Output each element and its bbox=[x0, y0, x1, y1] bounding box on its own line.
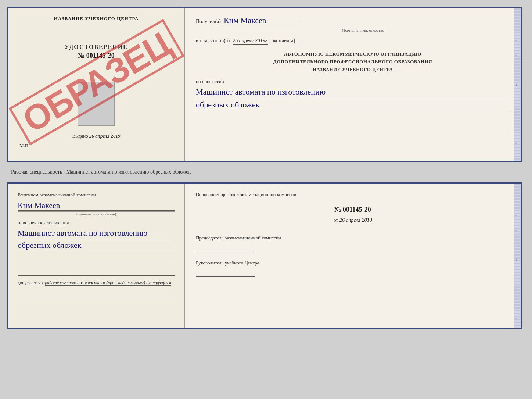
rukovoditel-block: Руководитель учебного Центра bbox=[196, 259, 510, 277]
udostoverenie-number: № 001145-20 bbox=[18, 52, 175, 60]
fio-caption-top: (фамилия, имя, отчество) bbox=[218, 28, 510, 32]
dopuskaetsya-text: работе согласно должностным (производств… bbox=[45, 280, 171, 286]
final-blank-line bbox=[18, 289, 175, 297]
blank-line-1 bbox=[18, 256, 175, 264]
prisvoena-label: присвоена квалификация bbox=[18, 220, 175, 226]
org-name: " НАЗВАНИЕ УЧЕБНОГО ЦЕНТРА " bbox=[196, 66, 510, 74]
top-document: НАЗВАНИЕ УЧЕБНОГО ЦЕНТРА ОБРАЗЕЦ УДОСТОВ… bbox=[7, 7, 522, 162]
rukovoditel-label: Руководитель учебного Центра bbox=[196, 259, 510, 267]
v-tom-prefix: в том, что он(а) bbox=[196, 38, 230, 44]
completion-date-top: 26 апреля 2019г. bbox=[233, 38, 268, 45]
top-doc-right: Получил(а) Ким Макеев – (фамилия, имя, о… bbox=[185, 8, 521, 161]
org-line2: ДОПОЛНИТЕЛЬНОГО ПРОФЕССИОНАЛЬНОГО ОБРАЗО… bbox=[196, 58, 510, 66]
dopuskaetsya-prefix: допускается к bbox=[18, 280, 44, 285]
bottom-doc-left: Решением экзаменационной комиссии Ким Ма… bbox=[8, 184, 185, 328]
ot-prefix: от bbox=[334, 217, 338, 223]
v-tom-line: в том, что он(а) 26 апреля 2019г. окончи… bbox=[196, 38, 510, 45]
photo-placeholder bbox=[78, 82, 115, 126]
vydano-line: Выдано 26 апреля 2019 bbox=[18, 133, 175, 139]
poluchil-line: Получил(а) Ким Макеев – bbox=[196, 16, 510, 26]
recipient-name-bottom: Ким Макеев bbox=[18, 201, 175, 211]
dopuskaetsya-block: допускается к работе согласно должностны… bbox=[18, 279, 175, 286]
poluchil-label: Получил(а) bbox=[196, 19, 221, 25]
recipient-name-top: Ким Макеев bbox=[224, 16, 297, 26]
bottom-document: Решением экзаменационной комиссии Ким Ма… bbox=[7, 182, 522, 329]
protocol-number: № 001145-20 bbox=[196, 206, 510, 214]
separator-text: Рабочая специальность - Машинист автомат… bbox=[7, 166, 525, 178]
qualification-line1: Машинист автомата по изготовлению bbox=[18, 228, 175, 239]
predsedatel-block: Председатель экзаменационной комиссии bbox=[196, 234, 510, 252]
profession-line1-top: Машинист автомата по изготовлению bbox=[196, 86, 510, 98]
org-block: АВТОНОМНУЮ НЕКОММЕРЧЕСКУЮ ОРГАНИЗАЦИЮ ДО… bbox=[196, 50, 510, 73]
org-line1: АВТОНОМНУЮ НЕКОММЕРЧЕСКУЮ ОРГАНИЗАЦИЮ bbox=[196, 50, 510, 58]
mp-line: М.П. bbox=[18, 143, 175, 149]
fio-caption-bottom: (фамилия, имя, отчество) bbox=[18, 211, 175, 216]
po-professii-label: по профессии bbox=[196, 79, 510, 85]
rukovoditel-sign-line bbox=[196, 268, 255, 277]
vydano-prefix: Выдано bbox=[72, 133, 88, 139]
osnovanie-label: Основание: протокол экзаменационной коми… bbox=[196, 191, 510, 199]
top-doc-left: НАЗВАНИЕ УЧЕБНОГО ЦЕНТРА ОБРАЗЕЦ УДОСТОВ… bbox=[8, 8, 185, 161]
ot-date-value: 26 апреля 2019 bbox=[339, 217, 372, 223]
profession-line2-top: обрезных обложек bbox=[196, 100, 510, 110]
edge-binding-top bbox=[514, 8, 521, 161]
page-container: НАЗВАНИЕ УЧЕБНОГО ЦЕНТРА ОБРАЗЕЦ УДОСТОВ… bbox=[7, 7, 525, 329]
resheniem-label: Решением экзаменационной комиссии bbox=[18, 191, 175, 199]
dash-top: – bbox=[300, 19, 303, 25]
bottom-doc-right: Основание: протокол экзаменационной коми… bbox=[185, 184, 521, 328]
vydano-date: 26 апреля 2019 bbox=[89, 133, 121, 139]
training-center-top: НАЗВАНИЕ УЧЕБНОГО ЦЕНТРА bbox=[18, 16, 175, 22]
predsedatel-sign-line bbox=[196, 244, 255, 252]
qualification-line2: обрезных обложек bbox=[18, 241, 175, 250]
predsedatel-label: Председатель экзаменационной комиссии bbox=[196, 234, 510, 242]
ot-date-block: от 26 апреля 2019 bbox=[196, 217, 510, 223]
okonchil-label: окончил(а) bbox=[271, 38, 295, 44]
blank-line-2 bbox=[18, 268, 175, 276]
edge-binding-bottom bbox=[514, 184, 521, 328]
udostoverenie-block: УДОСТОВЕРЕНИЕ № 001145-20 bbox=[18, 44, 175, 60]
udostoverenie-label: УДОСТОВЕРЕНИЕ bbox=[18, 44, 175, 50]
